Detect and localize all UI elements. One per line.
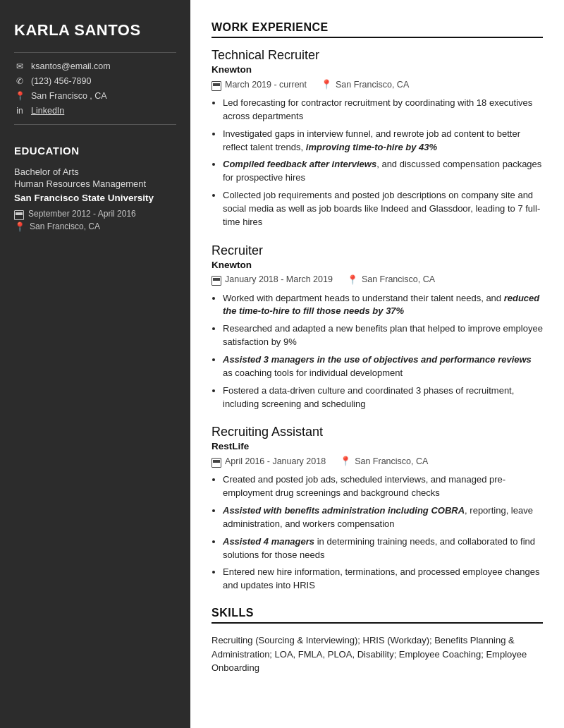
work-experience-section: WORK EXPERIENCE Technical Recruiter Knew…: [212, 21, 543, 593]
edu-degree: Bachelor of Arts: [14, 166, 176, 177]
sidebar: KARLA SANTOS ✉ ksantos@email.com ✆ (123)…: [0, 0, 190, 728]
cal-icon-1: [212, 81, 221, 91]
email-text: ksantos@email.com: [31, 61, 111, 71]
job-meta-3: April 2016 - January 2018 📍 San Francisc…: [212, 456, 543, 466]
bullet-3-2: Assisted with benefits administration in…: [223, 504, 543, 531]
bullet-3-3: Assisted 4 managers in determining train…: [223, 535, 543, 562]
pin-icon-1: 📍: [321, 79, 332, 90]
job-title-3: Recruiting Assistant: [212, 425, 543, 439]
location-item: 📍 San Francisco , CA: [14, 91, 176, 101]
job-date-1: March 2019 - current: [212, 80, 307, 90]
job-title-2: Recruiter: [212, 243, 543, 258]
edu-field: Human Resources Management: [14, 178, 176, 189]
job-date-3: April 2016 - January 2018: [212, 456, 326, 466]
pin-icon-2: 📍: [347, 274, 358, 285]
bullet-1-2: Investigated gaps in interview funnel, a…: [223, 128, 543, 154]
job-location-1: 📍 San Francisco, CA: [321, 79, 409, 90]
bullet-1-1: Led forecasting for contractor recruitme…: [223, 97, 543, 123]
cal-icon-3: [212, 458, 221, 468]
edu-calendar-icon: [14, 210, 24, 220]
job-block-3: Recruiting Assistant RestLife April 2016…: [212, 425, 543, 593]
job-location-3: 📍 San Francisco, CA: [340, 456, 428, 466]
bullet-1-3: Compiled feedback after interviews, and …: [223, 158, 543, 185]
email-icon: ✉: [14, 61, 25, 71]
job-block-1: Technical Recruiter Knewton March 2019 -…: [212, 48, 543, 229]
linkedin-item[interactable]: in LinkedIn: [14, 106, 176, 116]
edu-location: 📍 San Francisco, CA: [14, 222, 176, 232]
linkedin-icon: in: [14, 106, 25, 116]
bullet-1-4: Collected job requirements and posted jo…: [223, 189, 543, 229]
phone-text: (123) 456-7890: [31, 76, 91, 86]
email-item: ✉ ksantos@email.com: [14, 61, 176, 71]
company-1: Knewton: [212, 64, 543, 75]
skills-section: SKILLS Recruiting (Sourcing & Interviewi…: [212, 607, 543, 675]
job-block-2: Recruiter Knewton January 2018 - March 2…: [212, 243, 543, 411]
job-meta-1: March 2019 - current 📍 San Francisco, CA: [212, 79, 543, 90]
pin-icon-3: 📍: [340, 456, 351, 466]
bullet-2-4: Fostered a data-driven culture and coord…: [223, 384, 543, 411]
job-date-2: January 2018 - March 2019: [212, 274, 333, 284]
bullet-3-1: Created and posted job ads, scheduled in…: [223, 473, 543, 500]
job-location-2: 📍 San Francisco, CA: [347, 274, 435, 285]
candidate-name: KARLA SANTOS: [14, 21, 176, 40]
bullet-3-4: Entered new hire information, terminatio…: [223, 566, 543, 593]
job-title-1: Technical Recruiter: [212, 48, 543, 63]
phone-item: ✆ (123) 456-7890: [14, 76, 176, 86]
cal-icon-2: [212, 276, 221, 286]
company-3: RestLife: [212, 441, 543, 451]
skills-text: Recruiting (Sourcing & Interviewing); HR…: [212, 633, 543, 675]
edu-pin-icon: 📍: [14, 222, 25, 232]
bullet-2-3: Assisted 3 managers in the use of object…: [223, 353, 543, 380]
contact-section: ✉ ksantos@email.com ✆ (123) 456-7890 📍 S…: [14, 52, 176, 125]
company-2: Knewton: [212, 260, 543, 270]
phone-icon: ✆: [14, 76, 25, 86]
skills-title: SKILLS: [212, 607, 543, 624]
bullets-3: Created and posted job ads, scheduled in…: [223, 473, 543, 593]
linkedin-link[interactable]: LinkedIn: [31, 106, 64, 116]
location-icon: 📍: [14, 91, 25, 101]
bullet-2-2: Researched and adapted a new benefits pl…: [223, 322, 543, 349]
location-text: San Francisco , CA: [31, 91, 107, 101]
edu-school: San Francisco State University: [14, 192, 176, 205]
main-content: WORK EXPERIENCE Technical Recruiter Knew…: [190, 0, 564, 728]
bullets-2: Worked with department heads to understa…: [223, 292, 543, 411]
work-experience-title: WORK EXPERIENCE: [212, 21, 543, 38]
education-section-title: EDUCATION: [14, 145, 176, 157]
bullet-2-1: Worked with department heads to understa…: [223, 292, 543, 319]
edu-date: September 2012 - April 2016: [14, 209, 176, 219]
bullets-1: Led forecasting for contractor recruitme…: [223, 97, 543, 229]
job-meta-2: January 2018 - March 2019 📍 San Francisc…: [212, 274, 543, 285]
